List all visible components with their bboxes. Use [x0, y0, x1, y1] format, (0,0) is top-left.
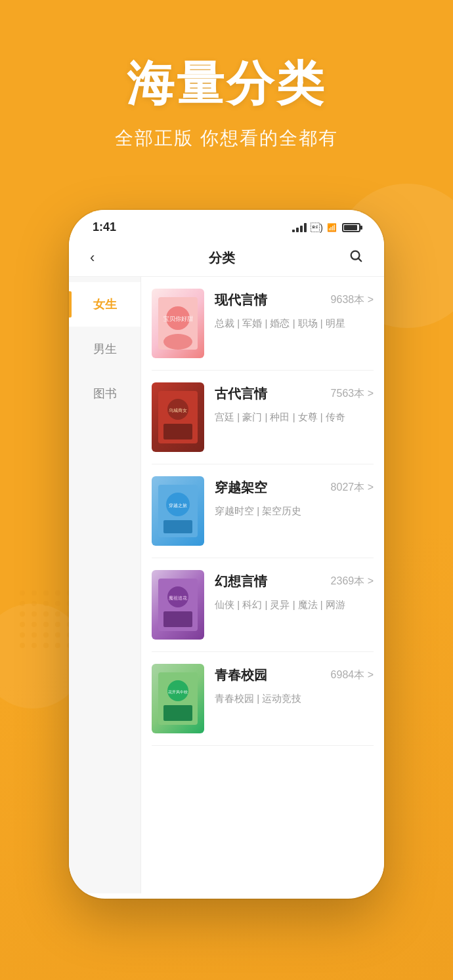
category-name-4: 青春校园: [215, 666, 267, 684]
signal-icon: [292, 223, 307, 232]
book-count-1: 7563本 >: [331, 387, 374, 401]
sub-title: 全部正版 你想看的全都有: [0, 126, 453, 151]
battery-icon: [342, 223, 360, 232]
book-tags-0: 总裁 | 军婚 | 婚恋 | 职场 | 明星: [215, 316, 374, 331]
category-name-0: 现代言情: [215, 291, 267, 309]
phone-wrapper: 1:41 ) 📶 ‹ 分类: [69, 210, 384, 899]
nav-bar: ‹ 分类: [69, 239, 384, 277]
svg-rect-9: [163, 424, 192, 439]
category-name-1: 古代言情: [215, 385, 267, 403]
svg-text:宝贝你好甜: 宝贝你好甜: [163, 316, 193, 322]
svg-text:魔祖追花: 魔祖追花: [169, 596, 187, 600]
back-button[interactable]: ‹: [85, 247, 100, 269]
category-name-3: 幻想言情: [215, 573, 267, 590]
book-tags-1: 宫廷 | 豪门 | 种田 | 女尊 | 传奇: [215, 409, 374, 425]
book-count-3: 2369本 >: [331, 575, 374, 588]
book-cover-2: 穿越之旅: [152, 476, 204, 546]
book-info-1: 古代言情 7563本 > 宫廷 | 豪门 | 种田 | 女尊 | 传奇: [215, 382, 374, 425]
book-item-1[interactable]: 乌城商女 古代言情 7563本 > 宫廷 | 豪门 | 种田 | 女尊 | 传奇: [152, 371, 374, 464]
header-area: 海量分类 全部正版 你想看的全都有: [0, 52, 453, 151]
book-cover-1: 乌城商女: [152, 382, 204, 452]
search-button[interactable]: [343, 246, 368, 270]
book-count-0: 9638本 >: [331, 293, 374, 307]
book-count-2: 8027本 >: [331, 481, 374, 495]
book-tags-2: 穿越时空 | 架空历史: [215, 503, 374, 519]
book-cover-0: 宝贝你好甜: [152, 289, 204, 358]
book-item-3[interactable]: 魔祖追花 幻想言情 2369本 > 仙侠 | 科幻 | 灵异 | 魔法 | 网游: [152, 558, 374, 652]
category-name-2: 穿越架空: [215, 479, 267, 497]
book-item-4[interactable]: 花开风中校 青春校园 6984本 > 青春校园 | 运动竞技: [152, 652, 374, 746]
svg-point-4: [163, 334, 192, 350]
book-tags-4: 青春校园 | 运动竞技: [215, 691, 374, 706]
phone-frame: 1:41 ) 📶 ‹ 分类: [69, 210, 384, 899]
book-cover-3: 魔祖追花: [152, 570, 204, 640]
nav-title: 分类: [100, 249, 343, 267]
book-item-0[interactable]: 宝贝你好甜 现代言情 9638本 > 总裁 | 军婚 | 婚恋 | 职场 | 明…: [152, 277, 374, 371]
svg-rect-17: [163, 611, 192, 627]
status-icons: ) 📶: [292, 222, 360, 233]
content-area: 女生 男生 图书: [69, 277, 384, 893]
svg-text:乌城商女: 乌城商女: [169, 408, 187, 413]
book-list: 宝贝你好甜 现代言情 9638本 > 总裁 | 军婚 | 婚恋 | 职场 | 明…: [141, 277, 384, 893]
sidebar-item-male[interactable]: 男生: [69, 327, 140, 371]
book-info-3: 幻想言情 2369本 > 仙侠 | 科幻 | 灵异 | 魔法 | 网游: [215, 570, 374, 613]
sidebar-item-books[interactable]: 图书: [69, 371, 140, 416]
svg-line-1: [358, 258, 361, 261]
status-bar: 1:41 ) 📶: [69, 210, 384, 239]
book-count-4: 6984本 >: [331, 668, 374, 682]
status-time: 1:41: [93, 220, 116, 234]
svg-text:花开风中校: 花开风中校: [168, 690, 188, 694]
svg-rect-13: [163, 520, 192, 533]
svg-rect-21: [163, 705, 192, 721]
svg-text:穿越之旅: 穿越之旅: [169, 503, 187, 508]
book-info-2: 穿越架空 8027本 > 穿越时空 | 架空历史: [215, 476, 374, 519]
wifi-icon: ): [311, 222, 323, 233]
wifi-symbol: 📶: [327, 223, 337, 232]
book-info-0: 现代言情 9638本 > 总裁 | 军婚 | 婚恋 | 职场 | 明星: [215, 289, 374, 331]
book-cover-4: 花开风中校: [152, 664, 204, 733]
book-tags-3: 仙侠 | 科幻 | 灵异 | 魔法 | 网游: [215, 597, 374, 613]
sidebar: 女生 男生 图书: [69, 277, 141, 893]
book-item-2[interactable]: 穿越之旅 穿越架空 8027本 > 穿越时空 | 架空历史: [152, 464, 374, 558]
book-info-4: 青春校园 6984本 > 青春校园 | 运动竞技: [215, 664, 374, 706]
main-title: 海量分类: [0, 52, 453, 115]
sidebar-item-female[interactable]: 女生: [69, 282, 140, 327]
